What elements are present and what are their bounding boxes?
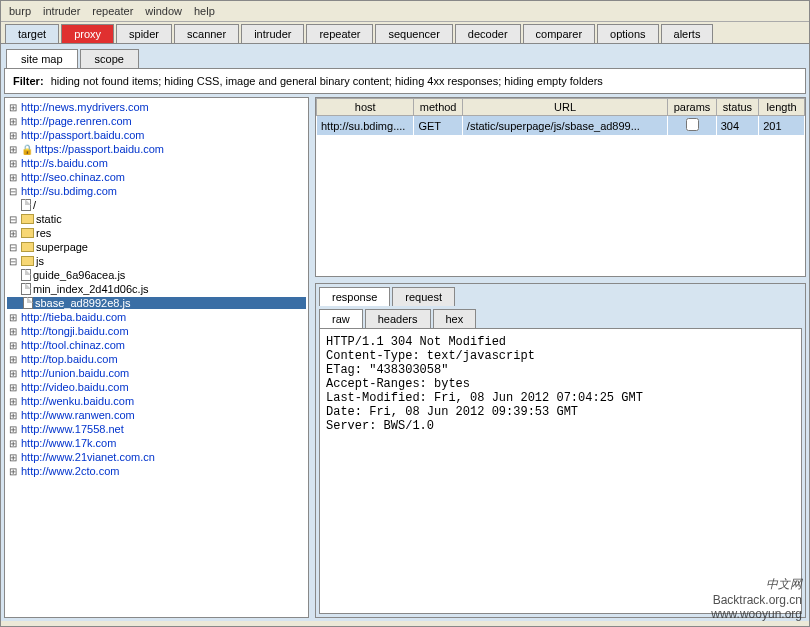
file-icon (23, 297, 33, 309)
tree-node[interactable]: http://wenku.baidu.com (21, 395, 134, 407)
tree-node[interactable]: https://passport.baidu.com (35, 143, 164, 155)
expand-icon[interactable]: ⊞ (7, 102, 19, 113)
cell-params (668, 116, 716, 136)
tab-options[interactable]: options (597, 24, 658, 43)
lock-icon: 🔒 (21, 144, 33, 155)
resp-tab-request[interactable]: request (392, 287, 455, 306)
table-row[interactable]: http://su.bdimg....GET/static/superpage/… (317, 116, 805, 136)
collapse-icon[interactable]: ⊟ (7, 186, 19, 197)
menu-help[interactable]: help (194, 5, 215, 17)
folder-icon (21, 242, 34, 252)
cell-host: http://su.bdimg.... (317, 116, 414, 136)
tree-node[interactable]: js (36, 255, 44, 267)
tab-repeater[interactable]: repeater (306, 24, 373, 43)
expand-icon[interactable]: ⊞ (7, 410, 19, 421)
collapse-icon[interactable]: ⊟ (7, 214, 19, 225)
expand-icon[interactable]: ⊞ (7, 144, 19, 155)
tree-node[interactable]: http://union.baidu.com (21, 367, 129, 379)
tree-node[interactable]: http://www.21vianet.com.cn (21, 451, 155, 463)
col-params[interactable]: params (668, 99, 716, 116)
tree-node[interactable]: http://su.bdimg.com (21, 185, 117, 197)
response-body[interactable]: HTTP/1.1 304 Not Modified Content-Type: … (319, 328, 802, 614)
tab-alerts[interactable]: alerts (661, 24, 714, 43)
resp-tab-response[interactable]: response (319, 287, 390, 306)
tree-node[interactable]: static (36, 213, 62, 225)
expand-icon[interactable]: ⊞ (7, 466, 19, 477)
tree-node[interactable]: http://www.17558.net (21, 423, 124, 435)
expand-icon[interactable]: ⊞ (7, 340, 19, 351)
subtab-site-map[interactable]: site map (6, 49, 78, 68)
file-icon (21, 283, 31, 295)
tree-node[interactable]: http://news.mydrivers.com (21, 101, 149, 113)
site-tree[interactable]: ⊞http://news.mydrivers.com⊞http://page.r… (4, 97, 309, 618)
menu-window[interactable]: window (145, 5, 182, 17)
expand-icon[interactable]: ⊞ (7, 354, 19, 365)
file-icon (21, 199, 31, 211)
expand-icon[interactable]: ⊞ (7, 116, 19, 127)
collapse-icon[interactable]: ⊟ (7, 242, 19, 253)
tree-node[interactable]: http://page.renren.com (21, 115, 132, 127)
tree-node[interactable]: superpage (36, 241, 88, 253)
tree-node[interactable]: http://www.ranwen.com (21, 409, 135, 421)
tree-node[interactable]: sbase_ad8992e8.js (35, 297, 130, 309)
expand-icon[interactable]: ⊞ (7, 424, 19, 435)
tree-node[interactable]: http://tool.chinaz.com (21, 339, 125, 351)
expand-icon[interactable]: ⊞ (7, 396, 19, 407)
tree-node[interactable]: res (36, 227, 51, 239)
tree-node[interactable]: / (33, 199, 36, 211)
tab-scanner[interactable]: scanner (174, 24, 239, 43)
tree-node[interactable]: http://seo.chinaz.com (21, 171, 125, 183)
menu-burp[interactable]: burp (9, 5, 31, 17)
params-checkbox[interactable] (686, 118, 699, 131)
tree-node[interactable]: http://www.2cto.com (21, 465, 119, 477)
expand-icon[interactable]: ⊞ (7, 326, 19, 337)
col-host[interactable]: host (317, 99, 414, 116)
col-status[interactable]: status (716, 99, 758, 116)
filter-label: Filter: (13, 75, 44, 87)
tree-node[interactable]: http://www.17k.com (21, 437, 116, 449)
col-length[interactable]: length (759, 99, 805, 116)
tab-comparer[interactable]: comparer (523, 24, 595, 43)
col-URL[interactable]: URL (462, 99, 668, 116)
tab-intruder[interactable]: intruder (241, 24, 304, 43)
expand-icon[interactable]: ⊞ (7, 312, 19, 323)
col-method[interactable]: method (414, 99, 462, 116)
view-tab-headers[interactable]: headers (365, 309, 431, 328)
subtab-scope[interactable]: scope (80, 49, 139, 68)
expand-icon[interactable]: ⊞ (7, 452, 19, 463)
cell-url: /static/superpage/js/sbase_ad899... (462, 116, 668, 136)
tab-decoder[interactable]: decoder (455, 24, 521, 43)
expand-icon[interactable]: ⊞ (7, 368, 19, 379)
tree-node[interactable]: http://s.baidu.com (21, 157, 108, 169)
tree-node[interactable]: http://top.baidu.com (21, 353, 118, 365)
tree-node[interactable]: http://tongji.baidu.com (21, 325, 129, 337)
cell-method: GET (414, 116, 462, 136)
expand-icon[interactable]: ⊞ (7, 158, 19, 169)
tab-sequencer[interactable]: sequencer (375, 24, 452, 43)
request-table[interactable]: hostmethodURLparamsstatuslength http://s… (315, 97, 806, 277)
tab-target[interactable]: target (5, 24, 59, 43)
menu-repeater[interactable]: repeater (92, 5, 133, 17)
menu-intruder[interactable]: intruder (43, 5, 80, 17)
expand-icon[interactable]: ⊞ (7, 228, 19, 239)
tree-node[interactable]: min_index_2d41d06c.js (33, 283, 149, 295)
tree-node[interactable]: http://tieba.baidu.com (21, 311, 126, 323)
view-tab-hex[interactable]: hex (433, 309, 477, 328)
tree-node[interactable]: http://video.baidu.com (21, 381, 129, 393)
response-panel: responserequest rawheadershex HTTP/1.1 3… (315, 283, 806, 618)
view-tab-raw[interactable]: raw (319, 309, 363, 328)
expand-icon[interactable]: ⊞ (7, 438, 19, 449)
collapse-icon[interactable]: ⊟ (7, 256, 19, 267)
folder-icon (21, 228, 34, 238)
expand-icon[interactable]: ⊞ (7, 172, 19, 183)
main-tabs: targetproxyspiderscannerintruderrepeater… (1, 22, 809, 44)
filter-text: hiding not found items; hiding CSS, imag… (51, 75, 603, 87)
expand-icon[interactable]: ⊞ (7, 382, 19, 393)
filter-bar[interactable]: Filter: hiding not found items; hiding C… (4, 68, 806, 94)
tree-node[interactable]: http://passport.baidu.com (21, 129, 145, 141)
expand-icon[interactable]: ⊞ (7, 130, 19, 141)
tree-node[interactable]: guide_6a96acea.js (33, 269, 125, 281)
tab-proxy[interactable]: proxy (61, 24, 114, 43)
file-icon (21, 269, 31, 281)
tab-spider[interactable]: spider (116, 24, 172, 43)
